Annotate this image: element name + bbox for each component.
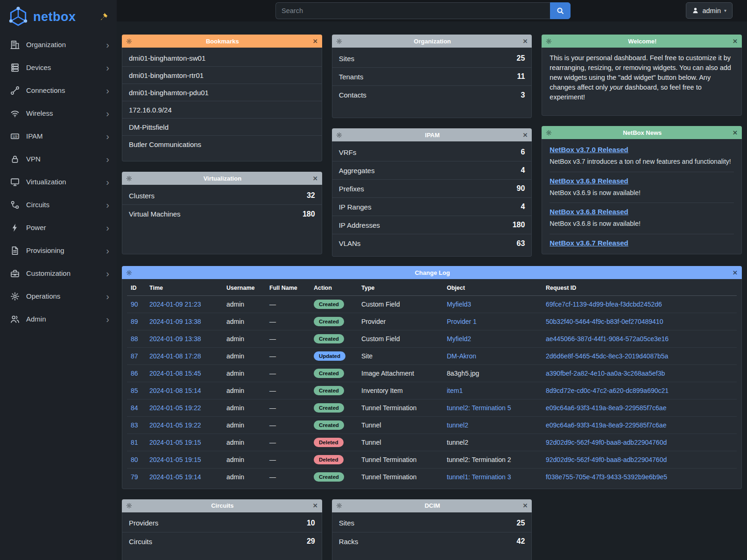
changelog-time-link[interactable]: 2024-01-09 21:23 [149, 301, 201, 308]
sidebar-item-devices[interactable]: Devices› [0, 56, 117, 79]
bookmarks-widget-header[interactable]: Bookmarks ✕ [122, 35, 322, 48]
changelog-time-link[interactable]: 2024-01-09 13:38 [149, 318, 201, 325]
bookmark-link[interactable]: 172.16.0.9/24 [122, 101, 322, 119]
sidebar-item-connections[interactable]: Connections› [0, 79, 117, 102]
bookmark-link[interactable]: dmi01-binghamton-pdu01 [122, 84, 322, 101]
changelog-time-link[interactable]: 2024-01-08 15:45 [149, 370, 201, 377]
object-link[interactable]: DM-Akron [447, 352, 476, 360]
widget-config-icon[interactable] [126, 503, 132, 509]
changelog-id-link[interactable]: 80 [131, 456, 138, 463]
changelog-id-link[interactable]: 84 [131, 404, 138, 412]
welcome-widget-header[interactable]: Welcome! ✕ [542, 35, 742, 48]
object-link[interactable]: tunnel2 [447, 421, 468, 429]
stat-count-link[interactable]: 90 [517, 184, 525, 193]
circuits-widget-header[interactable]: Circuits ✕ [122, 499, 322, 512]
widget-config-icon[interactable] [336, 503, 342, 509]
widget-close-icon[interactable]: ✕ [313, 175, 318, 182]
changelog-time-link[interactable]: 2024-01-05 19:15 [149, 439, 201, 446]
search-input[interactable] [275, 2, 550, 19]
request-id-link[interactable]: f038e755-705e-47f3-9433-5392b9e6b9e5 [546, 473, 667, 481]
object-link[interactable]: Provider 1 [447, 318, 477, 325]
request-id-link[interactable]: 92d02d9c-562f-49f0-baa8-adb22904760d [546, 456, 667, 463]
widget-close-icon[interactable]: ✕ [733, 38, 738, 44]
changelog-time-link[interactable]: 2024-01-05 19:22 [149, 421, 201, 429]
widget-config-icon[interactable] [126, 38, 132, 44]
stat-count-link[interactable]: 10 [307, 519, 315, 527]
object-link[interactable]: Myfield3 [447, 301, 471, 308]
request-id-link[interactable]: e09c64a6-93f3-419a-8ea9-229585f7c6ae [546, 404, 666, 412]
changelog-id-link[interactable]: 88 [131, 335, 138, 343]
changelog-id-link[interactable]: 85 [131, 387, 138, 394]
widget-close-icon[interactable]: ✕ [522, 38, 528, 44]
bookmark-link[interactable]: DM-Pittsfield [122, 119, 322, 136]
sidebar-item-provisioning[interactable]: Provisioning› [0, 239, 117, 262]
changelog-time-link[interactable]: 2024-01-09 13:38 [149, 335, 201, 343]
sidebar-item-virtualization[interactable]: Virtualization› [0, 170, 117, 193]
news-article-link[interactable]: NetBox v3.6.8 Released [550, 208, 628, 216]
bookmark-link[interactable]: dmi01-binghamton-sw01 [122, 49, 322, 67]
widget-config-icon[interactable] [126, 175, 132, 182]
changelog-id-link[interactable]: 87 [131, 352, 138, 360]
ipam-widget-header[interactable]: IPAM ✕ [332, 128, 532, 141]
changelog-id-link[interactable]: 79 [131, 473, 138, 481]
stat-count-link[interactable]: 180 [513, 221, 525, 229]
stat-count-link[interactable]: 180 [303, 210, 315, 218]
dcim-widget-header[interactable]: DCIM ✕ [332, 499, 532, 512]
sidebar-item-wireless[interactable]: Wireless› [0, 102, 117, 125]
widget-config-icon[interactable] [336, 38, 342, 44]
request-id-link[interactable]: 92d02d9c-562f-49f0-baa8-adb22904760d [546, 439, 667, 446]
widget-close-icon[interactable]: ✕ [522, 503, 528, 509]
news-widget-header[interactable]: NetBox News ✕ [542, 126, 742, 139]
changelog-time-link[interactable]: 2024-01-05 19:15 [149, 456, 201, 463]
object-link[interactable]: tunnel1: Termination 3 [447, 473, 511, 481]
netbox-logo-text[interactable]: netbox [33, 10, 76, 24]
stat-count-link[interactable]: 4 [521, 203, 525, 211]
stat-count-link[interactable]: 63 [517, 239, 525, 248]
sidebar-item-vpn[interactable]: VPN› [0, 147, 117, 170]
sidebar-item-customization[interactable]: Customization› [0, 262, 117, 285]
changelog-id-link[interactable]: 83 [131, 421, 138, 429]
changelog-id-link[interactable]: 81 [131, 439, 138, 446]
bookmark-link[interactable]: dmi01-binghamton-rtr01 [122, 67, 322, 84]
news-article-link[interactable]: NetBox v3.6.7 Released [550, 239, 628, 247]
widget-close-icon[interactable]: ✕ [733, 270, 738, 276]
widget-close-icon[interactable]: ✕ [733, 130, 738, 136]
widget-close-icon[interactable]: ✕ [313, 38, 318, 44]
widget-config-icon[interactable] [126, 270, 132, 276]
changelog-time-link[interactable]: 2024-01-05 19:22 [149, 404, 201, 412]
stat-count-link[interactable]: 25 [517, 54, 525, 63]
request-id-link[interactable]: e09c64a6-93f3-419a-8ea9-229585f7c6ae [546, 421, 666, 429]
user-menu-button[interactable]: admin ▾ [686, 2, 733, 19]
virtualization-widget-header[interactable]: Virtualization ✕ [122, 172, 322, 185]
sidebar-item-power[interactable]: Power› [0, 216, 117, 239]
organization-widget-header[interactable]: Organization ✕ [332, 35, 532, 48]
request-id-link[interactable]: 2d6d6e8f-5465-45dc-8ec3-2019d4087b5a [546, 352, 668, 360]
object-link[interactable]: tunnel2: Termination 5 [447, 404, 511, 412]
changelog-id-link[interactable]: 89 [131, 318, 138, 325]
news-article-link[interactable]: NetBox v3.6.9 Released [550, 177, 628, 185]
widget-config-icon[interactable] [546, 38, 552, 44]
search-button[interactable] [550, 2, 571, 19]
news-article-link[interactable]: NetBox v3.7.0 Released [550, 146, 628, 154]
stat-count-link[interactable]: 6 [521, 148, 525, 156]
changelog-time-link[interactable]: 2024-01-05 19:14 [149, 473, 201, 481]
widget-close-icon[interactable]: ✕ [522, 132, 528, 138]
request-id-link[interactable]: 8d9cd72e-cd0c-47c2-a620-dc899a690c21 [546, 387, 669, 394]
changelog-id-link[interactable]: 90 [131, 301, 138, 308]
object-link[interactable]: Myfield2 [447, 335, 471, 343]
changelog-id-link[interactable]: 86 [131, 370, 138, 377]
object-link[interactable]: item1 [447, 387, 463, 394]
stat-count-link[interactable]: 25 [517, 519, 525, 527]
netbox-logo-icon[interactable] [7, 6, 29, 28]
changelog-time-link[interactable]: 2024-01-08 17:28 [149, 352, 201, 360]
widget-config-icon[interactable] [546, 130, 552, 136]
stat-count-link[interactable]: 42 [517, 537, 525, 546]
sidebar-item-organization[interactable]: Organization› [0, 33, 117, 56]
stat-count-link[interactable]: 11 [517, 72, 525, 81]
stat-count-link[interactable]: 32 [307, 191, 315, 200]
request-id-link[interactable]: 69fce7cf-1139-4d99-bfea-f3dcbd2452d6 [546, 301, 662, 308]
sidebar-item-admin[interactable]: Admin› [0, 308, 117, 330]
changelog-widget-header[interactable]: Change Log ✕ [122, 266, 742, 279]
bookmark-link[interactable]: Butler Communications [122, 136, 322, 153]
sidebar-item-operations[interactable]: Operations› [0, 285, 117, 308]
